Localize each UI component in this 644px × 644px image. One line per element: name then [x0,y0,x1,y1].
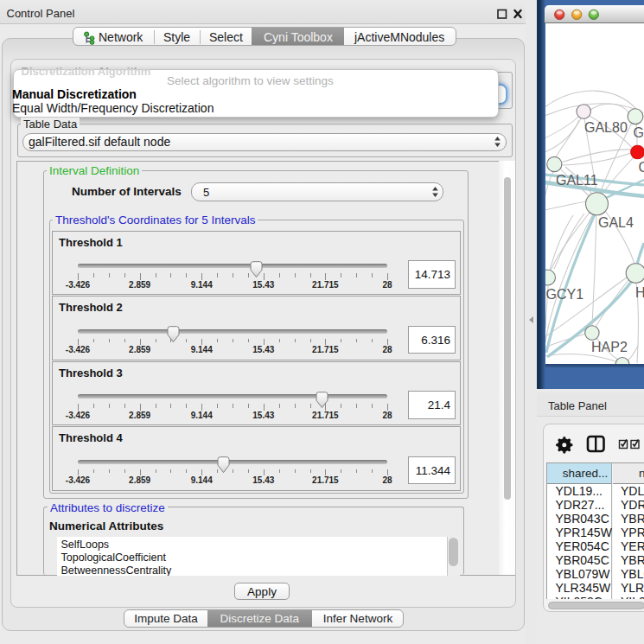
svg-text:GAL11: GAL11 [556,173,598,188]
svg-text:GAL80: GAL80 [584,120,628,135]
svg-text:GCY1: GCY1 [546,287,584,302]
svg-text:HAP2: HAP2 [591,340,628,354]
svg-text:C: C [639,160,644,175]
svg-text:H: H [635,285,644,300]
svg-text:GA: GA [634,125,644,140]
svg-text:GAL4: GAL4 [598,215,634,230]
